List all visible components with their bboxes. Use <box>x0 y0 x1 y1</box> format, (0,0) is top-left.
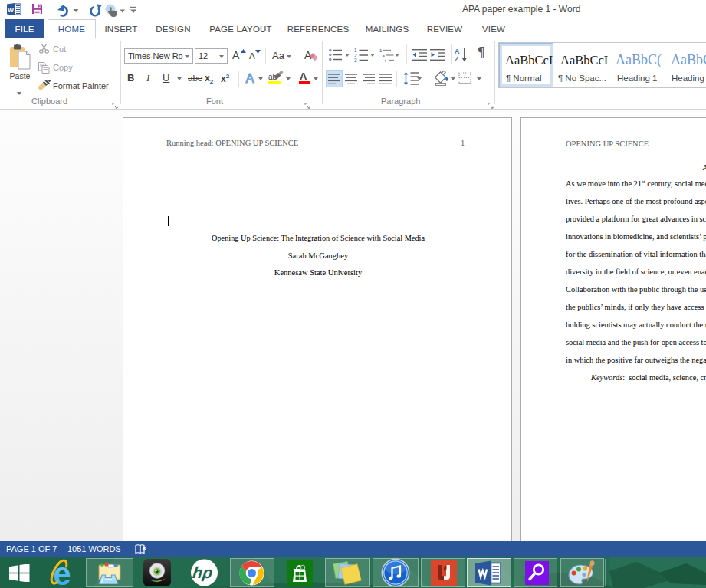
svg-text:1: 1 <box>379 48 383 53</box>
svg-text:W: W <box>8 6 15 14</box>
svg-text:A: A <box>455 48 460 55</box>
svg-text:A: A <box>245 71 254 85</box>
svg-text:hp: hp <box>192 564 214 582</box>
svg-text:Z: Z <box>455 55 459 63</box>
svg-text:i: i <box>385 58 386 62</box>
svg-text:3: 3 <box>354 57 357 62</box>
svg-text:a: a <box>383 54 386 58</box>
